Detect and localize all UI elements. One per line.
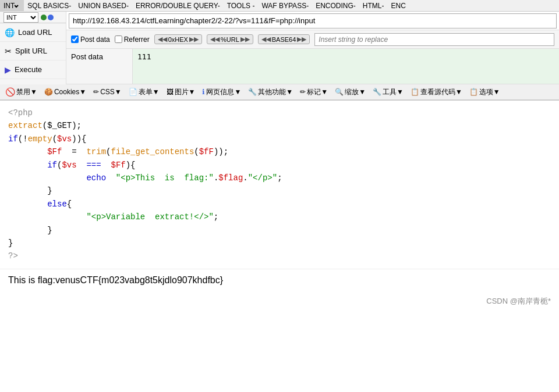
cookies-btn[interactable]: 🍪 Cookies▼ [41, 87, 89, 97]
view-source-icon: 📋 [411, 88, 419, 96]
menu-encoding[interactable]: ENCODING- [312, 0, 359, 11]
mark-icon: ✏ [300, 88, 306, 96]
options-icon: 📋 [469, 88, 478, 96]
menu-tools[interactable]: TOOLS - [224, 0, 259, 11]
view-source-label: 查看源代码▼ [420, 87, 462, 97]
main-layout: INT 🌐 Load URL ✂ Split URL ▶ Execute [0, 12, 559, 84]
disable-label: 禁用▼ [16, 87, 37, 97]
color-indicators [41, 15, 54, 20]
oxhex-arrow-left: ◀◀ [158, 35, 167, 43]
form-btn[interactable]: 📄 表单▼ [126, 86, 162, 98]
form-icon: 📄 [129, 88, 137, 96]
url-arrow-left: ◀◀ [210, 35, 220, 43]
url-encode-btn[interactable]: ◀◀ %URL ▶▶ [207, 34, 253, 44]
mark-btn[interactable]: ✏ 标记▼ [297, 86, 331, 98]
menu-int[interactable]: INT ▾ [0, 0, 24, 11]
blue-dot [48, 15, 54, 20]
menu-int-label: INT [3, 2, 15, 10]
page-info-icon: ℹ [202, 88, 205, 96]
split-url-label: Split URL [15, 47, 47, 55]
cookies-label: Cookies▼ [54, 88, 86, 96]
tools-label: 工具▼ [383, 87, 404, 97]
sidebar-header: INT [0, 12, 66, 23]
green-dot [41, 15, 47, 20]
disable-icon: 🚫 [5, 87, 15, 97]
toolbar-row: Post data Referrer ◀◀ 0xHEX ▶▶ ◀◀ %URL ▶… [66, 30, 559, 49]
disable-btn[interactable]: 🚫 禁用▼ [2, 86, 40, 98]
menu-enc[interactable]: ENC [387, 0, 409, 11]
view-source-btn[interactable]: 📋 查看源代码▼ [408, 86, 465, 98]
code-line-11: } [8, 237, 551, 250]
image-label: 图片▼ [175, 87, 196, 97]
base64-btn[interactable]: ◀◀ BASE64 ▶▶ [258, 34, 310, 44]
image-icon: 🖼 [167, 88, 174, 96]
watermark: CSDN @南岸青栀* [0, 291, 559, 311]
referrer-checkbox[interactable] [115, 35, 122, 43]
css-label: CSS▼ [100, 88, 122, 96]
page-info-btn[interactable]: ℹ 网页信息▼ [199, 86, 244, 98]
code-area: <?php extract($_GET); if(!empty($vs)){ $… [0, 101, 559, 269]
menu-bar: INT ▾ SQL BASICS- UNION BASED- ERROR/DOU… [0, 0, 559, 12]
other-functions-label: 其他功能▼ [258, 87, 293, 97]
menu-union-based[interactable]: UNION BASED- [75, 0, 132, 11]
split-url-item[interactable]: ✂ Split URL [0, 42, 66, 60]
code-line-4: $Ff = trim(file_get_contents($fF)); [8, 145, 551, 158]
replace-input[interactable] [314, 33, 554, 46]
options-btn[interactable]: 📋 选项▼ [466, 86, 503, 98]
other-functions-icon: 🔧 [248, 88, 257, 96]
tools-icon: 🔧 [373, 88, 381, 96]
output-area: This is flag:venusCTF{m023vabg8t5kjdlo90… [0, 269, 559, 291]
url-label: %URL [221, 36, 239, 43]
execute-label: Execute [15, 65, 42, 74]
execute-item[interactable]: ▶ Execute [0, 60, 66, 79]
output-text: This is flag:venusCTF{m023vabg8t5kjdlo90… [8, 275, 223, 285]
menu-html[interactable]: HTML- [359, 0, 388, 11]
code-line-3: if(!empty($vs)){ [8, 133, 551, 145]
code-line-2: extract($_GET); [8, 119, 551, 132]
url-input[interactable] [69, 13, 557, 28]
zoom-btn[interactable]: 🔍 缩放▼ [332, 86, 369, 98]
post-data-checkbox-label[interactable]: Post data [71, 35, 110, 44]
zoom-icon: 🔍 [335, 88, 344, 96]
url-bar-row [66, 12, 559, 30]
post-data-label: Post data [66, 49, 133, 84]
code-line-1: <?php [8, 106, 551, 119]
int-select[interactable]: INT [3, 12, 38, 23]
watermark-text: CSDN @南岸青栀* [486, 296, 551, 307]
url-area: Post data Referrer ◀◀ 0xHEX ▶▶ ◀◀ %URL ▶… [66, 12, 559, 84]
menu-error-double-query[interactable]: ERROR/DOUBLE QUERY- [132, 0, 224, 11]
code-line-8: else{ [8, 198, 551, 211]
referrer-checkbox-text: Referrer [124, 35, 150, 44]
mark-label: 标记▼ [307, 87, 328, 97]
post-data-textarea[interactable]: 111 [133, 49, 559, 84]
load-url-label: Load URL [18, 28, 52, 37]
image-btn[interactable]: 🖼 图片▼ [164, 86, 199, 98]
int-dropdown[interactable]: ▾ [15, 2, 20, 10]
other-functions-btn[interactable]: 🔧 其他功能▼ [245, 86, 296, 98]
tools-btn[interactable]: 🔧 工具▼ [370, 86, 406, 98]
code-line-9: "<p>Variable extract!</>"; [8, 211, 551, 223]
post-data-section: Post data 111 [66, 49, 559, 84]
oxhex-btn[interactable]: ◀◀ 0xHEX ▶▶ [154, 34, 202, 44]
base64-arrow-right: ▶▶ [297, 35, 306, 43]
split-url-icon: ✂ [5, 47, 12, 56]
base64-arrow-left: ◀◀ [261, 35, 271, 43]
load-url-item[interactable]: 🌐 Load URL [0, 23, 66, 42]
referrer-checkbox-label[interactable]: Referrer [115, 35, 150, 44]
url-arrow-right: ▶▶ [240, 35, 250, 43]
cookies-icon: 🍪 [44, 88, 53, 96]
oxhex-label: 0xHEX [168, 36, 188, 43]
code-line-7: } [8, 184, 551, 197]
css-btn[interactable]: ✏ CSS▼ [90, 87, 125, 97]
css-icon: ✏ [93, 88, 99, 96]
page-info-label: 网页信息▼ [206, 87, 241, 97]
post-data-checkbox[interactable] [71, 35, 79, 43]
menu-sql-basics[interactable]: SQL BASICS- [24, 0, 75, 11]
execute-icon: ▶ [5, 65, 11, 74]
load-url-icon: 🌐 [5, 28, 15, 37]
zoom-label: 缩放▼ [345, 87, 366, 97]
code-line-12: ?> [8, 250, 551, 262]
base64-label: BASE64 [272, 36, 296, 43]
menu-waf-bypass[interactable]: WAF BYPASS- [258, 0, 312, 11]
post-data-checkbox-text: Post data [80, 35, 110, 44]
